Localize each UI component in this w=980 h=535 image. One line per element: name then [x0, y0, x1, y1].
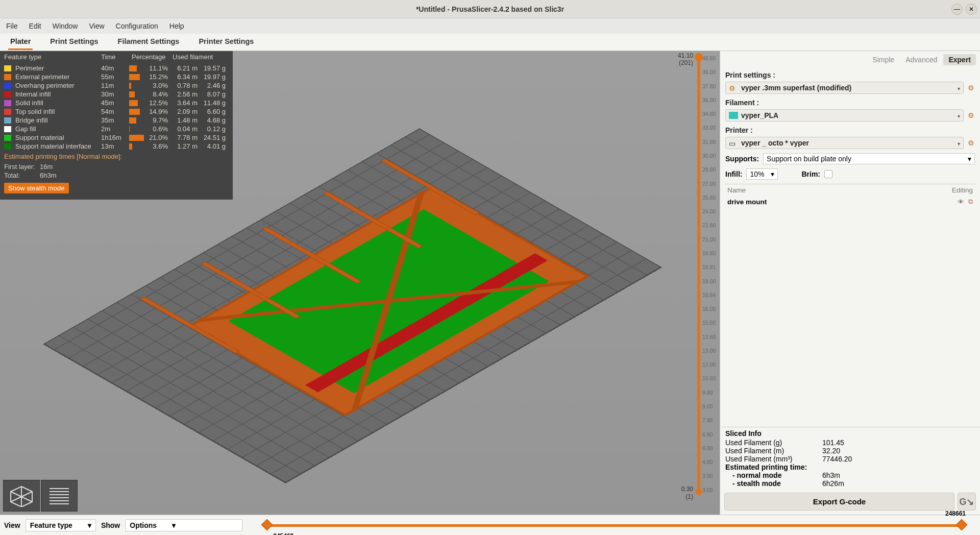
legend-row[interactable]: Perimeter40m11.1%6.21 m19.57 g — [0, 64, 233, 72]
legend-row[interactable]: Overhang perimeter11m3.0%0.78 m2.46 g — [0, 81, 233, 90]
legend-name: Support material interface — [15, 142, 101, 150]
legend-time: 2m — [101, 125, 129, 133]
minimize-button[interactable]: — — [951, 4, 963, 15]
legend-row[interactable]: Support material1h16m21.0%7.78 m24.51 g — [0, 133, 233, 142]
chevron-down-icon: ▾ — [968, 155, 971, 163]
sliced-info: Sliced Info Used Filament (g)101.45 Used… — [720, 427, 980, 490]
titlebar: *Untitled - PrusaSlicer-2.4.2 based on S… — [0, 0, 980, 18]
layer-slider-track[interactable] — [697, 55, 700, 493]
legend-name: Solid infill — [15, 99, 101, 107]
layer-slider-thumb-top[interactable] — [695, 53, 703, 61]
legend-row[interactable]: Gap fill2m0.6%0.04 m0.12 g — [0, 125, 233, 133]
legend-time: 30m — [101, 90, 129, 98]
legend-swatch — [4, 117, 11, 124]
tab-printer-settings[interactable]: Printer Settings — [197, 34, 256, 50]
legend-length: 0.04 m — [171, 125, 200, 133]
menu-help[interactable]: Help — [169, 22, 184, 30]
bottom-featuretype-dropdown[interactable]: Feature type▾ — [26, 519, 96, 531]
print-settings-edit-icon[interactable]: ⚙ — [967, 84, 975, 92]
legend-pct: 0.6% — [145, 125, 171, 133]
horizontal-slider-thumb-right[interactable] — [956, 519, 968, 530]
legend-bar — [129, 74, 145, 80]
legend-bar — [129, 91, 145, 98]
visibility-icon[interactable] — [958, 198, 964, 206]
legend-length: 6.34 m — [171, 73, 200, 81]
legend-pct: 14.9% — [145, 108, 171, 115]
mode-expert[interactable]: Expert — [943, 54, 976, 65]
tab-bar: Plater Print Settings Filament Settings … — [0, 34, 980, 51]
feature-legend: Feature type Time Percentage Used filame… — [0, 51, 233, 200]
legend-length: 1.48 m — [171, 116, 200, 124]
legend-weight: 11.48 g — [200, 99, 229, 107]
legend-length: 3.64 m — [171, 99, 200, 107]
legend-header-used: Used filament — [173, 53, 229, 61]
legend-pct: 3.0% — [145, 82, 171, 89]
legend-row[interactable]: Top solid infill54m14.9%2.09 m6.60 g — [0, 107, 233, 116]
legend-time: 13m — [101, 142, 129, 150]
filament-dropdown[interactable]: vyper_PLA — [725, 109, 964, 121]
tab-plater[interactable]: Plater — [8, 34, 33, 50]
legend-swatch — [4, 65, 11, 71]
bottom-options-dropdown[interactable]: Options▾ — [125, 519, 242, 531]
object-list: NameEditing drive mount — [724, 184, 976, 427]
legend-swatch — [4, 109, 11, 115]
preview-viewport[interactable]: Feature type Time Percentage Used filame… — [0, 51, 720, 515]
menu-file[interactable]: File — [6, 22, 18, 30]
horizontal-slider-thumb-left[interactable] — [261, 519, 273, 530]
total-value: 6h3m — [40, 172, 57, 179]
legend-weight: 19.97 g — [200, 73, 229, 81]
export-gcode-button[interactable]: Export G-code — [724, 493, 954, 510]
horizontal-move-slider[interactable]: 248661 245469 — [263, 519, 966, 531]
legend-name: External perimeter — [15, 73, 101, 81]
bottom-bar: View Feature type▾ Show Options▾ 248661 … — [0, 515, 980, 535]
mode-advanced[interactable]: Advanced — [900, 54, 942, 65]
legend-time: 54m — [101, 108, 129, 115]
print-settings-dropdown[interactable]: ⚙ vyper .3mm superfast (modified) — [725, 82, 964, 94]
view-mode-layers-icon[interactable] — [41, 480, 78, 512]
objlist-header-editing: Editing — [952, 186, 973, 194]
menu-edit[interactable]: Edit — [29, 22, 41, 30]
legend-swatch — [4, 83, 11, 89]
legend-row[interactable]: Support material interface13m3.6%1.27 m4… — [0, 142, 233, 151]
brim-checkbox[interactable] — [824, 170, 832, 178]
menu-window[interactable]: Window — [53, 22, 78, 30]
legend-bar — [129, 100, 145, 106]
menu-view[interactable]: View — [89, 22, 104, 30]
close-button[interactable]: ✕ — [966, 4, 977, 15]
object-row[interactable]: drive mount — [724, 196, 976, 207]
horizontal-slider-value: 245469 — [273, 532, 293, 536]
infill-dropdown[interactable]: 10%▾ — [746, 168, 778, 180]
legend-swatch — [4, 126, 11, 132]
chevron-down-icon — [958, 111, 960, 119]
legend-swatch — [4, 143, 11, 150]
supports-dropdown[interactable]: Support on build plate only▾ — [763, 153, 975, 164]
bottom-view-label: View — [4, 521, 20, 529]
layer-slider-ticks: 40.8039.0037.8036.0034.8033.0031.8030.00… — [702, 55, 717, 493]
legend-pct: 3.6% — [145, 142, 171, 150]
legend-est-label: Estimated printing times [Normal mode]: — [0, 151, 233, 162]
legend-name: Support material — [15, 134, 101, 141]
legend-row[interactable]: Solid infill45m12.5%3.64 m11.48 g — [0, 99, 233, 107]
filament-edit-icon[interactable]: ⚙ — [967, 111, 975, 119]
legend-pct: 8.4% — [145, 90, 171, 98]
export-gcode-alt-button[interactable]: G↘ — [958, 493, 976, 510]
legend-row[interactable]: Internal infill30m8.4%2.56 m8.07 g — [0, 90, 233, 99]
chevron-down-icon — [958, 139, 960, 147]
menu-configuration[interactable]: Configuration — [116, 22, 158, 30]
brim-label: Brim: — [801, 170, 820, 178]
legend-weight: 8.07 g — [200, 90, 229, 98]
printer-edit-icon[interactable]: ⚙ — [967, 139, 975, 147]
edit-icon[interactable] — [968, 198, 973, 206]
show-stealth-button[interactable]: Show stealth mode — [4, 183, 69, 193]
legend-row[interactable]: Bridge infill35m9.7%1.48 m4.68 g — [0, 116, 233, 125]
mode-simple[interactable]: Simple — [867, 54, 899, 65]
tab-filament-settings[interactable]: Filament Settings — [116, 34, 182, 50]
infill-label: Infill: — [725, 170, 742, 178]
legend-bar — [129, 126, 145, 132]
legend-row[interactable]: External perimeter55m15.2%6.34 m19.97 g — [0, 72, 233, 81]
layer-slider[interactable]: 41.10(201) 0.30(1) 40.8039.0037.8036.003… — [673, 51, 717, 500]
tab-print-settings[interactable]: Print Settings — [48, 34, 100, 50]
legend-swatch — [4, 91, 11, 98]
view-mode-3d-icon[interactable] — [3, 480, 40, 512]
printer-dropdown[interactable]: ▭ vyper _ octo * vyper — [725, 137, 964, 149]
